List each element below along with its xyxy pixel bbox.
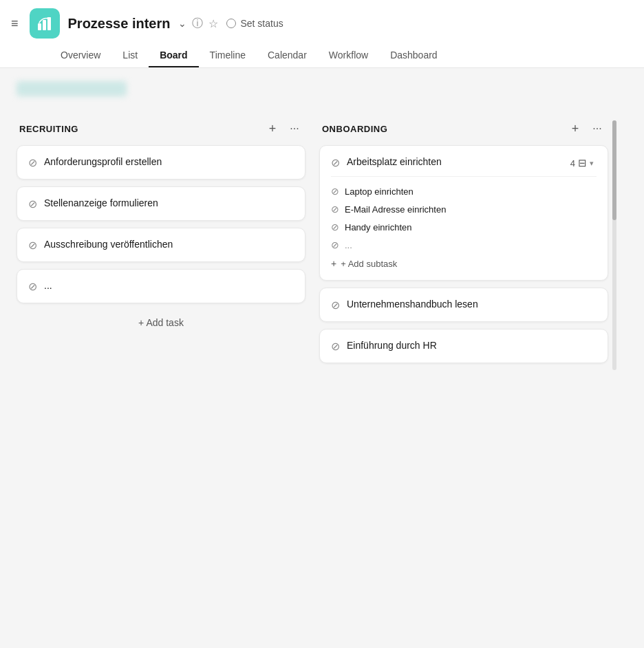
board-container: RECRUITING + ··· ⊘ Anforderungsprofil er… (0, 109, 644, 381)
task-title-r1: Anforderungsprofil erstellen (44, 155, 162, 169)
column-header-onboarding: ONBOARDING + ··· (319, 120, 608, 137)
task-card-r1[interactable]: ⊘ Anforderungsprofil erstellen (17, 145, 305, 180)
expanded-card-top-left: ⊘ Arbeitsplatz einrichten (331, 155, 442, 169)
project-title: Prozesse intern (68, 16, 171, 32)
dropdown-chevron-icon[interactable]: ⌄ (178, 18, 186, 29)
menu-icon[interactable]: ≡ (11, 17, 19, 31)
star-icon[interactable]: ☆ (208, 17, 218, 30)
tab-list[interactable]: List (111, 44, 149, 67)
task-card-o1[interactable]: ⊘ Arbeitsplatz einrichten 4 ⊟ ▾ ⊘ Laptop… (319, 145, 608, 281)
subtask-row-s3[interactable]: ⊘ Handy einrichten (331, 218, 597, 236)
tab-timeline[interactable]: Timeline (199, 44, 257, 67)
subtask-chevron-icon: ▾ (590, 159, 594, 168)
banner-blur (17, 81, 127, 96)
subtask-count-badge[interactable]: 4 ⊟ ▾ (570, 157, 594, 169)
task-title-r3: Ausschreibung veröffentlichen (44, 238, 173, 252)
add-task-icon-recruiting[interactable]: + (264, 120, 281, 137)
column-title-onboarding: ONBOARDING (322, 124, 561, 134)
add-task-button-recruiting[interactable]: + Add task (17, 310, 305, 335)
column-onboarding: ONBOARDING + ··· ⊘ Arbeitsplatz einricht… (319, 120, 608, 370)
tab-dashboard[interactable]: Dashboard (379, 44, 449, 67)
svg-rect-0 (38, 23, 41, 30)
more-options-icon-recruiting[interactable]: ··· (286, 120, 303, 137)
tab-board[interactable]: Board (149, 44, 198, 67)
expanded-card-top: ⊘ Arbeitsplatz einrichten 4 ⊟ ▾ (331, 155, 597, 169)
task-title-o1: Arbeitsplatz einrichten (347, 155, 442, 169)
subtasks-list: ⊘ Laptop einrichten ⊘ E-Mail Adresse ein… (331, 176, 597, 270)
add-subtask-plus-icon: + (331, 258, 336, 269)
check-icon-o1: ⊘ (331, 156, 340, 169)
add-subtask-button[interactable]: + + Add subtask (331, 254, 597, 270)
subtask-row-s2[interactable]: ⊘ E-Mail Adresse einrichten (331, 200, 597, 218)
subtask-check-icon-s1: ⊘ (331, 186, 339, 197)
column-header-recruiting: RECRUITING + ··· (17, 120, 305, 137)
info-icon[interactable]: ⓘ (192, 17, 203, 31)
task-title-r4: ... (44, 279, 52, 293)
task-card-r3[interactable]: ⊘ Ausschreibung veröffentlichen (17, 228, 305, 262)
svg-rect-1 (43, 20, 46, 30)
task-card-o3[interactable]: ⊘ Einführung durch HR (319, 329, 608, 363)
subtask-text-s1: Laptop einrichten (345, 186, 414, 197)
app-icon (30, 8, 60, 39)
scrollbar-thumb[interactable] (612, 120, 616, 220)
column-recruiting: RECRUITING + ··· ⊘ Anforderungsprofil er… (17, 120, 305, 335)
subtask-count: 4 (570, 158, 575, 169)
add-task-label-recruiting: + Add task (138, 317, 184, 328)
check-icon-r1: ⊘ (28, 156, 37, 169)
subtask-row-s1[interactable]: ⊘ Laptop einrichten (331, 182, 597, 200)
add-subtask-label: + Add subtask (341, 259, 397, 269)
subtask-check-icon-s2: ⊘ (331, 204, 339, 215)
add-task-icon-onboarding[interactable]: + (567, 120, 583, 137)
task-title-r2: Stellenanzeige formulieren (44, 197, 158, 210)
check-icon-o3: ⊘ (331, 340, 340, 353)
subtask-text-s3: Handy einrichten (345, 222, 412, 233)
subtask-text-s2: E-Mail Adresse einrichten (345, 204, 446, 215)
task-card-r2[interactable]: ⊘ Stellenanzeige formulieren (17, 186, 305, 221)
status-label: Set status (240, 18, 283, 29)
task-title-o3: Einführung durch HR (347, 339, 437, 353)
nav-tabs: Overview List Board Timeline Calendar Wo… (11, 44, 633, 67)
task-title-o2: Unternehmenshandbuch lesen (347, 298, 478, 312)
banner-area (0, 68, 644, 109)
subtask-check-icon-s4: ⊘ (331, 239, 339, 250)
task-card-o2[interactable]: ⊘ Unternehmenshandbuch lesen (319, 288, 608, 322)
header-top: ≡ Prozesse intern ⌄ ⓘ ☆ Set status (11, 0, 633, 44)
subtask-icon: ⊟ (578, 157, 587, 169)
check-icon-r3: ⊘ (28, 239, 37, 252)
check-icon-o2: ⊘ (331, 299, 340, 312)
check-icon-r4: ⊘ (28, 280, 37, 293)
tab-workflow[interactable]: Workflow (318, 44, 379, 67)
tab-overview[interactable]: Overview (50, 44, 111, 67)
header: ≡ Prozesse intern ⌄ ⓘ ☆ Set status Overv… (0, 0, 644, 68)
task-card-r4[interactable]: ⊘ ... (17, 269, 305, 303)
status-circle-icon (226, 19, 236, 28)
subtask-check-icon-s3: ⊘ (331, 222, 339, 233)
title-actions: ⌄ ⓘ ☆ Set status (178, 17, 283, 31)
scrollbar-track[interactable] (612, 120, 616, 370)
tab-calendar[interactable]: Calendar (257, 44, 318, 67)
subtask-text-s4: ... (345, 240, 352, 250)
column-title-recruiting: RECRUITING (19, 124, 259, 134)
check-icon-r2: ⊘ (28, 197, 37, 210)
set-status-button[interactable]: Set status (226, 18, 283, 29)
subtask-row-s4[interactable]: ⊘ ... (331, 236, 597, 254)
more-options-icon-onboarding[interactable]: ··· (589, 120, 605, 137)
